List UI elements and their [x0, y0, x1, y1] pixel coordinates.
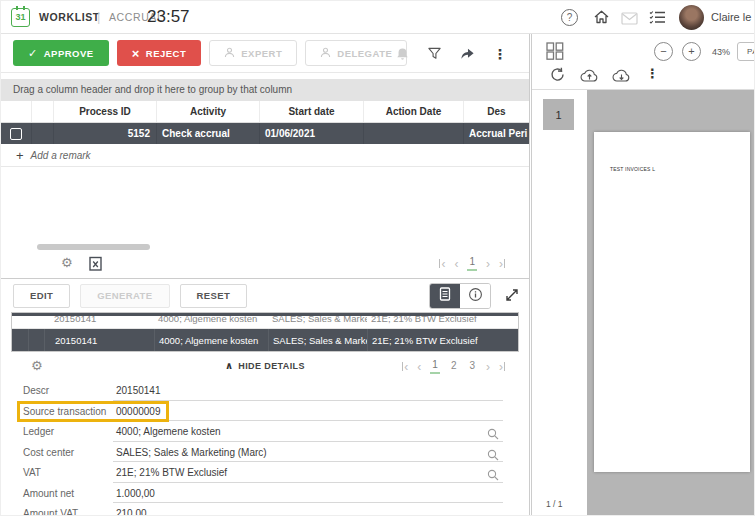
- delegate-label: DELEGATE: [337, 48, 392, 59]
- reject-label: REJECT: [146, 48, 186, 59]
- field-value[interactable]: 1.000,00: [116, 488, 155, 499]
- add-remark-link[interactable]: + Add a remark: [1, 144, 529, 167]
- export-excel-icon[interactable]: [89, 256, 102, 275]
- field-vat: VAT 21E; 21% BTW Exclusief: [1, 463, 529, 484]
- user-avatar[interactable]: [679, 5, 704, 30]
- last-page-button[interactable]: ›: [499, 258, 505, 270]
- table-row-selected-line[interactable]: 20150141 4000; Algemene kosten SALES; Sa…: [12, 329, 518, 351]
- column-process-id[interactable]: Process ID: [53, 101, 156, 122]
- mail-icon[interactable]: [621, 11, 638, 29]
- detail-form: Descr 20150141 Source transaction 000000…: [1, 381, 529, 516]
- cell-action-date: [363, 123, 463, 144]
- field-value[interactable]: 00000009: [116, 406, 161, 417]
- search-icon[interactable]: [487, 447, 499, 465]
- filter-icon[interactable]: [427, 46, 442, 61]
- generate-button[interactable]: GENERATE: [80, 284, 169, 308]
- delegate-button[interactable]: DELEGATE: [305, 40, 407, 66]
- kebab-menu-icon[interactable]: ⋮: [493, 46, 507, 62]
- approve-button[interactable]: ✓ APPROVE: [13, 40, 109, 66]
- field-value[interactable]: 21E; 21% BTW Exclusief: [116, 467, 227, 478]
- edit-button[interactable]: EDIT: [13, 284, 70, 308]
- cloud-upload-icon[interactable]: [579, 68, 600, 83]
- title-separator: |: [97, 9, 100, 24]
- cell-start-date: 01/06/2021: [259, 123, 363, 144]
- table-row-clipped[interactable]: 20150141 4000; Algemene kosten SALES; Sa…: [12, 316, 518, 329]
- detail-toolbar: EDIT GENERATE RESET: [1, 279, 529, 312]
- document-view-button[interactable]: [430, 284, 460, 308]
- column-description[interactable]: Des: [463, 101, 529, 122]
- field-value[interactable]: SALES; Sales & Marketing (Marc): [116, 447, 267, 458]
- prev-page-button[interactable]: ‹: [417, 361, 421, 373]
- preview-toolbar: − + 43% PAGE ⋮: [532, 34, 755, 89]
- countdown-timer: 23:57: [147, 7, 190, 27]
- page-number-3[interactable]: 3: [467, 360, 477, 373]
- group-by-band: Drag a column header and drop it here to…: [1, 79, 529, 101]
- prev-page-button[interactable]: ‹: [454, 258, 458, 270]
- cell-process-id: 5152: [53, 123, 156, 144]
- plus-icon: +: [16, 149, 24, 162]
- first-page-button[interactable]: ‹: [402, 361, 408, 373]
- first-page-button[interactable]: ‹: [439, 258, 445, 270]
- next-page-button[interactable]: ›: [486, 258, 490, 270]
- page-number-2[interactable]: 2: [449, 360, 459, 373]
- zoom-in-button[interactable]: +: [682, 42, 701, 61]
- last-page-button[interactable]: ›: [499, 361, 505, 373]
- column-action-date[interactable]: Action Date: [363, 101, 463, 122]
- field-source-transaction: Source transaction 00000009: [1, 402, 529, 423]
- app-window: 31 WORKLIST | ACCRUAL 23:57 ? Claire le …: [0, 0, 755, 516]
- help-icon[interactable]: ?: [561, 9, 578, 26]
- field-label: Amount net: [23, 488, 74, 499]
- grid-settings-gear-icon[interactable]: ⚙: [61, 255, 73, 270]
- field-value[interactable]: 4000; Algemene kosten: [116, 426, 221, 437]
- cloud-download-icon[interactable]: [611, 68, 632, 83]
- field-amount-net: Amount net 1.000,00: [1, 484, 529, 505]
- scrollbar-thumb[interactable]: [37, 244, 150, 250]
- info-view-button[interactable]: [460, 284, 490, 308]
- field-label: Ledger: [23, 426, 54, 437]
- task-list-icon[interactable]: [649, 10, 666, 29]
- column-start-date[interactable]: Start date: [259, 101, 363, 122]
- document-viewer[interactable]: TEST INVOICES L: [587, 90, 755, 516]
- home-icon[interactable]: [593, 9, 610, 29]
- check-icon: ✓: [28, 48, 38, 59]
- person-icon: [320, 47, 331, 60]
- reject-button[interactable]: × REJECT: [117, 40, 202, 66]
- reset-button[interactable]: RESET: [180, 284, 248, 308]
- page-number-1[interactable]: 1: [430, 359, 440, 374]
- expert-button[interactable]: EXPERT: [209, 40, 297, 66]
- expand-icon[interactable]: [504, 287, 520, 307]
- refresh-icon[interactable]: [549, 66, 566, 83]
- thumbnail-sidebar: 1 1 / 1: [532, 90, 587, 516]
- user-name[interactable]: Claire le Bl: [711, 11, 755, 23]
- close-icon: ×: [132, 47, 140, 60]
- preview-kebab-menu-icon[interactable]: ⋮: [646, 66, 659, 81]
- page-thumbnail[interactable]: 1: [543, 99, 574, 130]
- field-cost-center: Cost center SALES; Sales & Marketing (Ma…: [1, 443, 529, 464]
- document-preview-panel: − + 43% PAGE ⋮ 1 1 / 1: [531, 34, 755, 516]
- bell-icon[interactable]: [395, 46, 410, 62]
- view-toggle: [429, 283, 491, 309]
- field-value[interactable]: 20150141: [116, 385, 161, 396]
- thumbnails-grid-icon[interactable]: [546, 42, 564, 64]
- field-label: Cost center: [23, 447, 74, 458]
- approve-label: APPROVE: [44, 48, 94, 59]
- table-row-selected[interactable]: 5152 Check accrual 01/06/2021 Accrual Pe…: [1, 123, 529, 144]
- column-activity[interactable]: Activity: [156, 101, 259, 122]
- field-descr: Descr 20150141: [1, 381, 529, 402]
- info-icon: [468, 287, 483, 306]
- row-checkbox[interactable]: [10, 128, 22, 140]
- zoom-out-button[interactable]: −: [654, 42, 673, 61]
- next-page-button[interactable]: ›: [486, 361, 490, 373]
- search-icon[interactable]: [487, 426, 499, 444]
- worklist-panel: ✓ APPROVE × REJECT EXPERT DELEGATE: [1, 34, 530, 516]
- forward-icon[interactable]: [459, 46, 476, 61]
- expert-label: EXPERT: [241, 48, 282, 59]
- field-value[interactable]: 210,00: [116, 508, 147, 516]
- page-mode-button[interactable]: PAGE: [737, 42, 755, 61]
- horizontal-scrollbar: [1, 244, 529, 251]
- details-control-bar: ⚙ ∧ HIDE DETAILS ‹ ‹ 1 2 3 › ›: [1, 352, 529, 381]
- page-number-current[interactable]: 1: [467, 256, 477, 271]
- search-icon[interactable]: [487, 467, 499, 485]
- hide-details-label: HIDE DETAILS: [238, 361, 305, 371]
- add-remark-label: Add a remark: [31, 150, 91, 161]
